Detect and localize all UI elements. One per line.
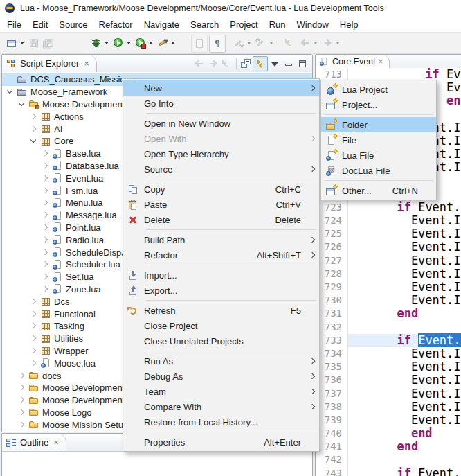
menu-refactor[interactable]: Refactor <box>93 18 138 31</box>
chevron-collapsed-icon[interactable] <box>40 284 51 294</box>
code-line-733[interactable]: 733 if Event.IniObjectCategory == Object… <box>316 334 461 347</box>
chevron-collapsed-icon[interactable] <box>28 309 39 319</box>
forward-button[interactable] <box>320 35 342 51</box>
chevron-collapsed-icon[interactable] <box>40 173 51 184</box>
menu-item-open-in-new-window[interactable]: Open in New Window <box>123 116 319 131</box>
menu-navigate[interactable]: Navigate <box>138 18 185 31</box>
previous-edit-location-button[interactable] <box>253 35 275 51</box>
close-icon[interactable]: × <box>379 57 383 67</box>
save-all-button[interactable] <box>42 35 57 51</box>
maximize-button[interactable] <box>296 57 309 71</box>
menu-item-compare-with[interactable]: Compare With <box>123 399 319 414</box>
last-edit-location-button[interactable] <box>282 35 298 51</box>
menu-project[interactable]: Project <box>224 18 263 31</box>
menu-item-folder[interactable]: Folder <box>321 117 436 132</box>
view-back-button[interactable] <box>192 57 206 71</box>
chevron-expanded-icon[interactable] <box>28 136 39 146</box>
menu-item-refactor[interactable]: RefactorAlt+Shift+T <box>123 247 319 263</box>
dropdown-arrow-icon[interactable] <box>127 42 131 44</box>
new-wizard-button[interactable] <box>4 35 26 51</box>
back-button[interactable] <box>298 35 320 51</box>
menu-item-copy[interactable]: CopyCtrl+C <box>123 182 319 197</box>
dropdown-arrow-icon[interactable] <box>20 42 24 44</box>
code-line-738[interactable]: 738 Event.IniCategory = Object.Category.… <box>316 400 461 414</box>
code-line-736[interactable]: 736 Event.IniUnit = STATIC:FindByName( E… <box>316 373 461 387</box>
menu-item-build-path[interactable]: Build Path <box>123 232 319 247</box>
chevron-collapsed-icon[interactable] <box>28 333 39 344</box>
chevron-collapsed-icon[interactable] <box>28 112 39 122</box>
code-line-743[interactable]: 743 if Event.target then <box>316 467 461 476</box>
menu-item-lua-file[interactable]: Lua File <box>321 148 436 163</box>
run-button[interactable] <box>111 35 133 51</box>
menu-item-doclua-file[interactable]: DocLua File <box>321 163 436 178</box>
show-whitespace-button[interactable] <box>209 35 226 53</box>
dropdown-arrow-icon[interactable] <box>314 42 318 44</box>
tab-outline[interactable]: Outline × <box>2 434 66 451</box>
menu-item-open-type-hierarchy[interactable]: Open Type Hierarchy <box>123 146 319 161</box>
dropdown-arrow-icon[interactable] <box>105 42 109 44</box>
menu-help[interactable]: Help <box>334 18 364 31</box>
code-line-726[interactable]: 726 Event.IniGroup = GROUP:FindByName( E… <box>316 240 461 254</box>
menu-edit[interactable]: Edit <box>27 18 53 31</box>
menu-item-close-project[interactable]: Close Project <box>123 318 319 333</box>
menu-item-export[interactable]: Export... <box>123 283 319 298</box>
menu-window[interactable]: Window <box>291 18 334 31</box>
code-line-739[interactable]: 739 Event.IniTypeName = Event.IniDCSUnit… <box>316 414 461 427</box>
chevron-collapsed-icon[interactable] <box>40 148 51 159</box>
code-line-730[interactable]: 730 Event.IniUnitName = Event.IniDCSUnit… <box>316 294 461 307</box>
chevron-collapsed-icon[interactable] <box>40 235 51 245</box>
menu-item-source[interactable]: Source <box>123 161 319 177</box>
close-icon[interactable]: × <box>53 437 59 448</box>
chevron-collapsed-icon[interactable] <box>40 197 51 208</box>
tab-core-event[interactable]: Core.Event × <box>316 55 390 68</box>
menu-search[interactable]: Search <box>185 18 224 31</box>
chevron-collapsed-icon[interactable] <box>28 321 39 331</box>
external-tools-button[interactable] <box>155 35 177 51</box>
menu-item-properties[interactable]: PropertiesAlt+Enter <box>123 434 319 450</box>
chevron-collapsed-icon[interactable] <box>28 124 39 134</box>
dropdown-arrow-icon[interactable] <box>269 42 273 44</box>
menu-item-new[interactable]: New <box>123 80 319 96</box>
chevron-collapsed-icon[interactable] <box>17 395 27 405</box>
chevron-collapsed-icon[interactable] <box>28 297 39 307</box>
chevron-collapsed-icon[interactable] <box>17 407 27 418</box>
menu-item-team[interactable]: Team <box>123 384 319 399</box>
tab-script-explorer[interactable]: Script Explorer × <box>2 55 97 72</box>
code-line-731[interactable]: 731 end <box>316 307 461 320</box>
menu-item-delete[interactable]: DeleteDelete <box>123 212 319 227</box>
code-line-724[interactable]: 724 Event.IniDCSGroupName = Event.IniDCS… <box>316 214 461 227</box>
menu-item-go-into[interactable]: Go Into <box>123 96 319 111</box>
menu-run[interactable]: Run <box>264 18 291 31</box>
dropdown-arrow-icon[interactable] <box>149 42 153 44</box>
code-line-727[interactable]: 727 Event.IniDCSUnit = Event.IniDCSGroup… <box>316 254 461 267</box>
menu-file[interactable]: File <box>1 18 27 31</box>
chevron-collapsed-icon[interactable] <box>40 210 51 220</box>
menu-item-refresh[interactable]: RefreshF5 <box>123 303 319 318</box>
open-element-button[interactable] <box>191 35 208 53</box>
chevron-collapsed-icon[interactable] <box>17 382 27 393</box>
code-line-723[interactable]: 723 if Event.IniDCSGroup and Event.IniDC… <box>316 201 461 214</box>
view-menu-button[interactable] <box>268 57 282 71</box>
save-button[interactable] <box>26 35 42 51</box>
dropdown-arrow-icon[interactable] <box>336 42 340 44</box>
profile-button[interactable] <box>133 35 155 51</box>
code-line-732[interactable]: 732 <box>316 321 461 334</box>
chevron-collapsed-icon[interactable] <box>40 247 51 258</box>
chevron-collapsed-icon[interactable] <box>17 371 27 381</box>
chevron-collapsed-icon[interactable] <box>40 259 51 270</box>
debug-button[interactable] <box>89 35 111 51</box>
menu-item-paste[interactable]: PasteCtrl+V <box>123 197 319 212</box>
chevron-collapsed-icon[interactable] <box>40 186 51 196</box>
dropdown-arrow-icon[interactable] <box>247 42 251 44</box>
next-edit-location-button[interactable] <box>231 35 253 51</box>
chevron-expanded-icon[interactable] <box>5 87 15 97</box>
menu-item-open-with[interactable]: Open With <box>123 131 319 146</box>
menu-item-restore-from-local-history[interactable]: Restore from Local History... <box>123 414 319 430</box>
chevron-collapsed-icon[interactable] <box>28 346 39 356</box>
view-forward-button[interactable] <box>206 57 220 71</box>
code-line-740[interactable]: 740 end <box>316 427 461 440</box>
menu-item-lua-project[interactable]: Lua Project <box>321 82 436 97</box>
menu-item-file[interactable]: File <box>321 132 436 148</box>
collapse-all-button[interactable] <box>239 57 253 71</box>
chevron-collapsed-icon[interactable] <box>40 222 51 233</box>
